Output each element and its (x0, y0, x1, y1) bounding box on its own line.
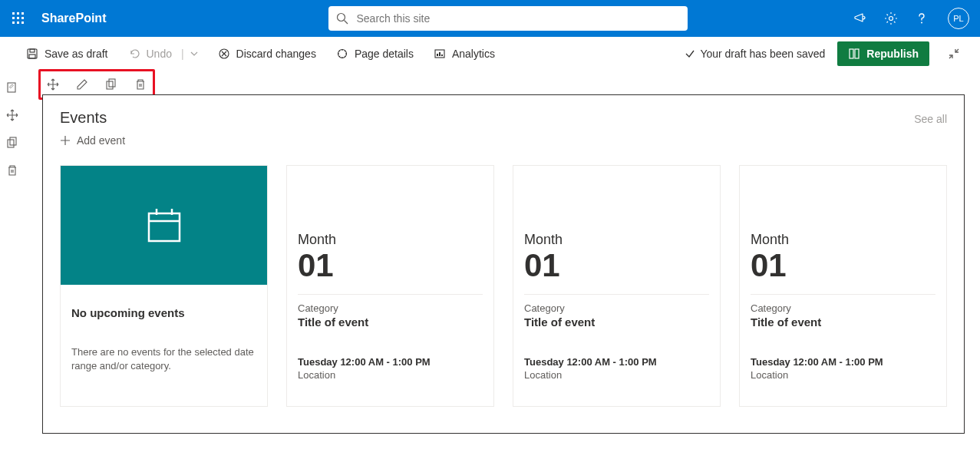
settings-icon[interactable] (883, 11, 899, 26)
event-location: Location (287, 368, 493, 381)
check-icon (685, 48, 695, 59)
svg-point-9 (338, 14, 345, 21)
event-day: 01 (524, 249, 709, 282)
event-category: Category (740, 295, 946, 314)
svg-rect-1 (17, 12, 19, 15)
suite-right: PL (853, 8, 974, 29)
undo-label: Undo (147, 48, 172, 60)
svg-rect-19 (437, 54, 438, 56)
svg-rect-8 (21, 21, 24, 24)
event-month: Month (298, 232, 483, 248)
svg-rect-4 (17, 17, 19, 19)
event-time: Tuesday 12:00 AM - 1:00 PM (287, 329, 493, 368)
event-time: Tuesday 12:00 AM - 1:00 PM (513, 329, 720, 368)
svg-rect-14 (30, 49, 35, 52)
megaphone-icon[interactable] (853, 11, 868, 26)
event-card[interactable]: Month 01 Category Title of event Tuesday… (739, 165, 947, 407)
analytics-button[interactable]: Analytics (434, 48, 495, 60)
move-section-icon[interactable] (5, 107, 20, 123)
svg-line-10 (345, 21, 348, 25)
suite-left: SharePoint (6, 6, 106, 31)
event-title: Title of event (287, 314, 493, 329)
svg-rect-27 (107, 81, 113, 89)
help-icon[interactable] (914, 11, 929, 26)
saved-status: Your draft has been saved (685, 48, 825, 60)
edit-webpart-icon[interactable] (74, 77, 90, 92)
delete-webpart-icon[interactable] (133, 77, 148, 92)
svg-rect-0 (12, 12, 15, 15)
svg-rect-15 (29, 54, 35, 58)
search-input[interactable] (356, 12, 680, 25)
duplicate-section-icon[interactable] (5, 135, 20, 150)
svg-rect-25 (8, 140, 14, 147)
svg-rect-7 (17, 21, 19, 24)
events-header: Events See all (60, 109, 947, 127)
avatar[interactable]: PL (948, 8, 969, 29)
add-event-label: Add event (77, 134, 125, 147)
add-event-button[interactable]: Add event (60, 134, 947, 147)
event-card[interactable]: Month 01 Category Title of event Tuesday… (513, 165, 721, 407)
events-cards-row: No upcoming events There are no events f… (60, 165, 947, 407)
svg-rect-20 (439, 52, 441, 56)
event-month: Month (751, 232, 935, 248)
avatar-initials: PL (953, 14, 963, 23)
plus-icon (60, 135, 71, 146)
svg-rect-2 (21, 12, 24, 15)
collapse-button[interactable] (942, 41, 966, 66)
search-icon (336, 12, 348, 25)
page-details-button[interactable]: Page details (336, 48, 414, 60)
event-category: Category (287, 295, 493, 314)
calendar-icon (144, 206, 184, 246)
see-all-link[interactable]: See all (914, 113, 947, 125)
chevron-down-icon[interactable] (190, 50, 198, 58)
empty-card-description: There are no events for the selected dat… (61, 345, 267, 373)
duplicate-webpart-icon[interactable] (104, 77, 119, 92)
svg-point-12 (921, 22, 922, 24)
page-details-label: Page details (355, 48, 414, 60)
events-webpart[interactable]: Events See all Add event No upcoming eve… (42, 94, 965, 434)
move-webpart-icon[interactable] (45, 77, 61, 92)
svg-rect-28 (109, 79, 115, 87)
event-location: Location (740, 368, 946, 381)
event-card[interactable]: Month 01 Category Title of event Tuesday… (286, 165, 494, 407)
save-draft-label: Save as draft (45, 48, 108, 60)
event-day: 01 (298, 249, 483, 282)
save-draft-button[interactable]: Save as draft (26, 48, 108, 60)
analytics-label: Analytics (452, 48, 495, 60)
command-bar-right: Your draft has been saved Republish (685, 41, 966, 66)
svg-rect-5 (21, 17, 24, 19)
svg-rect-3 (12, 17, 15, 19)
svg-rect-21 (441, 54, 443, 56)
republish-label: Republish (866, 48, 919, 60)
saved-status-label: Your draft has been saved (700, 48, 825, 60)
event-title: Title of event (513, 314, 720, 329)
brand-label[interactable]: SharePoint (41, 12, 106, 25)
delete-section-icon[interactable] (5, 163, 20, 178)
svg-rect-22 (850, 49, 853, 58)
event-time: Tuesday 12:00 AM - 1:00 PM (740, 329, 946, 368)
discard-label: Discard changes (236, 48, 316, 60)
empty-events-card: No upcoming events There are no events f… (60, 165, 268, 407)
command-bar: Save as draft Undo | Discard changes Pag… (0, 37, 980, 71)
republish-button[interactable]: Republish (837, 41, 929, 66)
webpart-toolbar (45, 74, 148, 95)
event-location: Location (513, 368, 720, 381)
svg-point-11 (889, 17, 893, 21)
discard-button[interactable]: Discard changes (218, 48, 316, 60)
event-day: 01 (751, 249, 935, 282)
svg-rect-29 (149, 213, 180, 241)
events-title: Events (60, 109, 107, 127)
republish-icon (848, 48, 860, 60)
empty-card-title: No upcoming events (61, 306, 267, 319)
empty-card-hero (61, 166, 267, 285)
edit-section-icon[interactable] (5, 80, 20, 95)
event-month: Month (524, 232, 709, 248)
svg-rect-6 (12, 21, 15, 24)
search-box[interactable] (328, 6, 688, 31)
event-category: Category (513, 295, 720, 314)
event-title: Title of event (740, 314, 946, 329)
undo-button: Undo | (128, 48, 198, 60)
svg-rect-23 (855, 49, 859, 58)
app-launcher-icon[interactable] (6, 6, 31, 31)
left-rail (0, 71, 25, 178)
